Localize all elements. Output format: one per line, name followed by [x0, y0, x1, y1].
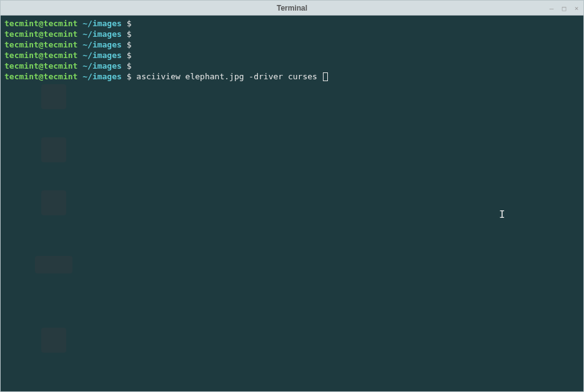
- path: ~/images: [82, 51, 122, 60]
- prompt-line: tecmint@tecmint ~/images $: [4, 39, 580, 50]
- terminal-body[interactable]: tecmint@tecmint ~/images $ tecmint@tecmi…: [1, 16, 583, 391]
- prompt-symbol: $: [127, 51, 132, 60]
- command-text: asciiview elephant.jpg -driver curses: [136, 72, 322, 81]
- prompt-symbol: $: [127, 19, 132, 28]
- user-host: tecmint@tecmint: [4, 29, 77, 39]
- user-host: tecmint@tecmint: [4, 40, 77, 49]
- titlebar[interactable]: Terminal – □ ×: [1, 1, 583, 16]
- prompt-symbol: $: [127, 61, 132, 71]
- path: ~/images: [82, 29, 122, 39]
- minimize-button[interactable]: –: [547, 4, 556, 12]
- terminal-cursor: [323, 72, 328, 81]
- ghost-icon: [19, 84, 88, 112]
- path: ~/images: [82, 19, 122, 28]
- ghost-icon: [19, 328, 88, 355]
- maximize-button[interactable]: □: [560, 4, 568, 12]
- prompt-line: tecmint@tecmint ~/images $: [4, 50, 580, 61]
- user-host: tecmint@tecmint: [4, 61, 77, 71]
- prompt-line: tecmint@tecmint ~/images $: [4, 29, 580, 39]
- prompt-symbol: $: [127, 40, 132, 49]
- path: ~/images: [82, 61, 122, 71]
- ghost-icon: [19, 137, 88, 165]
- close-button[interactable]: ×: [572, 4, 581, 12]
- prompt-line: tecmint@tecmint ~/images $ asciiview ele…: [4, 71, 580, 82]
- user-host: tecmint@tecmint: [4, 72, 77, 81]
- ghost-icon: [19, 256, 88, 276]
- path: ~/images: [82, 40, 122, 49]
- window-controls: – □ ×: [547, 1, 581, 16]
- window-title: Terminal: [277, 4, 307, 12]
- prompt-line: tecmint@tecmint ~/images $: [4, 18, 580, 29]
- prompt-symbol: $: [127, 29, 132, 39]
- path: ~/images: [82, 72, 122, 81]
- ghost-icon: [19, 190, 88, 218]
- prompt-symbol: $: [127, 72, 132, 81]
- terminal-window: Terminal – □ × tecmint@tecmint ~/images …: [0, 0, 584, 392]
- user-host: tecmint@tecmint: [4, 19, 77, 28]
- user-host: tecmint@tecmint: [4, 51, 77, 60]
- mouse-text-cursor-icon: I: [499, 209, 505, 220]
- prompt-line: tecmint@tecmint ~/images $: [4, 61, 580, 71]
